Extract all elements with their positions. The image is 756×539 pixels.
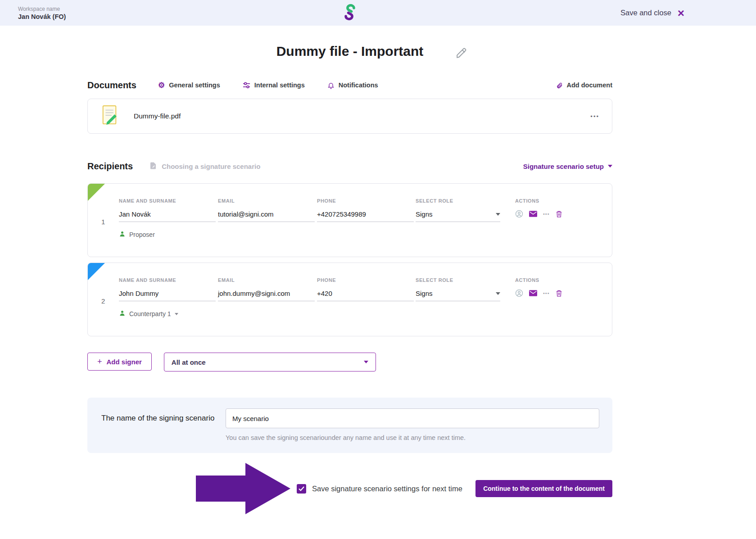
- scenario-name-label: The name of the signing scenario: [101, 408, 226, 441]
- trash-icon[interactable]: [556, 210, 562, 218]
- documents-toolbar: Documents ⚙ General settings Internal se…: [87, 79, 612, 91]
- actions-icons: •••: [515, 210, 612, 218]
- tab-general-settings[interactable]: ⚙ General settings: [158, 82, 220, 89]
- edit-title-icon[interactable]: [456, 47, 467, 61]
- check-icon: [299, 486, 304, 491]
- email-input[interactable]: john.dummy@signi.com: [218, 290, 315, 301]
- name-column-header: NAME AND SURNAME: [119, 198, 218, 204]
- recipient-number: 1: [101, 218, 105, 226]
- continue-button[interactable]: Continue to the content of the document: [475, 480, 612, 497]
- add-signer-label: Add signer: [107, 358, 142, 366]
- recipient-role-tag: Proposer: [119, 231, 612, 239]
- bottom-row: Save signature scenario settings for nex…: [87, 463, 612, 514]
- documents-heading: Documents: [87, 80, 136, 91]
- field-email: EMAIL tutorial@signi.com: [218, 198, 317, 222]
- bell-icon: [327, 82, 335, 89]
- name-input[interactable]: Jan Novák: [119, 210, 216, 222]
- recipient-number: 2: [101, 297, 105, 305]
- document-file-name: Dummy-file.pdf: [134, 112, 181, 120]
- recipient-card-2: 2 NAME AND SURNAME John Dummy EMAIL john…: [87, 263, 612, 336]
- phone-column-header: PHONE: [317, 198, 416, 204]
- field-name: NAME AND SURNAME John Dummy: [119, 277, 218, 301]
- more-actions-icon[interactable]: •••: [543, 290, 550, 296]
- main-content: Dummy file - Important Documents ⚙ Gener…: [87, 44, 612, 514]
- save-and-close-button[interactable]: Save and close ×: [620, 7, 684, 19]
- role-column-header: SELECT ROLE: [416, 198, 515, 204]
- mail-icon[interactable]: [529, 211, 537, 217]
- role-select-value: Signs: [416, 290, 433, 297]
- choosing-signature-scenario-label: Choosing a signature scenario: [162, 163, 260, 170]
- field-actions: ACTIONS •••: [515, 198, 612, 222]
- role-column-header: SELECT ROLE: [416, 277, 515, 283]
- signing-order-value: All at once: [172, 358, 206, 366]
- more-actions-icon[interactable]: •••: [543, 211, 550, 217]
- recipient-fields: NAME AND SURNAME Jan Novák EMAIL tutoria…: [119, 198, 612, 222]
- workspace-user: Jan Novák (FO): [18, 13, 66, 20]
- tab-internal-settings-label: Internal settings: [254, 82, 305, 89]
- recipient-tag-label: Counterparty 1: [129, 310, 171, 317]
- pdf-file-icon: [100, 104, 119, 128]
- tab-internal-settings[interactable]: Internal settings: [243, 82, 305, 89]
- field-name: NAME AND SURNAME Jan Novák: [119, 198, 218, 222]
- chevron-down-icon: [496, 213, 500, 216]
- save-and-close-label: Save and close: [620, 9, 671, 17]
- tab-notifications-label: Notifications: [339, 82, 378, 89]
- phone-input[interactable]: +420: [317, 290, 414, 301]
- plus-icon: +: [97, 357, 102, 367]
- add-document-button[interactable]: Add document: [556, 82, 613, 89]
- email-input[interactable]: tutorial@signi.com: [218, 210, 315, 222]
- recipients-toolbar: Recipients Choosing a signature scenario…: [87, 160, 612, 172]
- field-role: SELECT ROLE Signs: [416, 277, 515, 301]
- recipient-card-1: 1 NAME AND SURNAME Jan Novák EMAIL tutor…: [87, 183, 612, 257]
- role-select[interactable]: Signs: [416, 290, 500, 301]
- role-select[interactable]: Signs: [416, 210, 500, 222]
- title-row: Dummy file - Important: [87, 44, 612, 65]
- sliders-icon: [243, 82, 250, 89]
- gear-icon: ⚙: [158, 82, 165, 89]
- mail-icon[interactable]: [529, 290, 537, 296]
- close-icon[interactable]: ×: [678, 7, 684, 19]
- signi-logo: [344, 4, 356, 22]
- identity-verification-icon[interactable]: [515, 289, 523, 297]
- phone-column-header: PHONE: [317, 277, 416, 283]
- chevron-down-icon[interactable]: [175, 313, 178, 315]
- signature-scenario-setup[interactable]: Signature scenario setup: [523, 163, 612, 170]
- identity-verification-icon[interactable]: [515, 210, 523, 218]
- actions-icons: •••: [515, 289, 612, 297]
- workspace-label: Workspace name: [18, 6, 66, 12]
- field-role: SELECT ROLE Signs: [416, 198, 515, 222]
- page-title: Dummy file - Important: [87, 44, 612, 59]
- add-document-label: Add document: [567, 82, 613, 89]
- role-select-value: Signs: [416, 210, 433, 218]
- chevron-down-icon: [608, 165, 612, 168]
- signing-order-select[interactable]: All at once: [164, 353, 376, 371]
- trash-icon[interactable]: [556, 290, 562, 297]
- recipient-1-corner-flag: [88, 184, 105, 201]
- scenario-name-controls: You can save the signing scenariounder a…: [226, 408, 599, 441]
- add-signer-button[interactable]: + Add signer: [87, 353, 152, 371]
- recipient-2-corner-flag: [88, 263, 105, 280]
- recipients-heading: Recipients: [87, 161, 133, 172]
- recipient-role-tag[interactable]: Counterparty 1: [119, 310, 612, 318]
- tab-notifications[interactable]: Notifications: [327, 82, 378, 89]
- person-icon: [119, 231, 126, 239]
- phone-input[interactable]: +420725349989: [317, 210, 414, 222]
- actions-column-header: ACTIONS: [515, 198, 612, 204]
- paperclip-icon: [556, 82, 563, 89]
- scenario-name-input[interactable]: [226, 408, 599, 428]
- chevron-down-icon: [496, 292, 500, 295]
- name-input[interactable]: John Dummy: [119, 290, 216, 301]
- email-column-header: EMAIL: [218, 277, 317, 283]
- document-menu-icon[interactable]: •••: [590, 113, 599, 120]
- scenario-name-panel: The name of the signing scenario You can…: [87, 398, 612, 453]
- recipient-tag-label: Proposer: [129, 231, 155, 238]
- annotation-arrow: [196, 463, 290, 514]
- field-email: EMAIL john.dummy@signi.com: [218, 277, 317, 301]
- scenario-helper-text: You can save the signing scenariounder a…: [226, 434, 599, 441]
- scenario-doc-icon: [149, 162, 157, 171]
- save-scenario-checkbox[interactable]: [297, 484, 306, 494]
- field-phone: PHONE +420: [317, 277, 416, 301]
- workspace-info: Workspace name Jan Novák (FO): [18, 6, 66, 20]
- settings-tabs: ⚙ General settings Internal settings: [158, 82, 378, 89]
- field-phone: PHONE +420725349989: [317, 198, 416, 222]
